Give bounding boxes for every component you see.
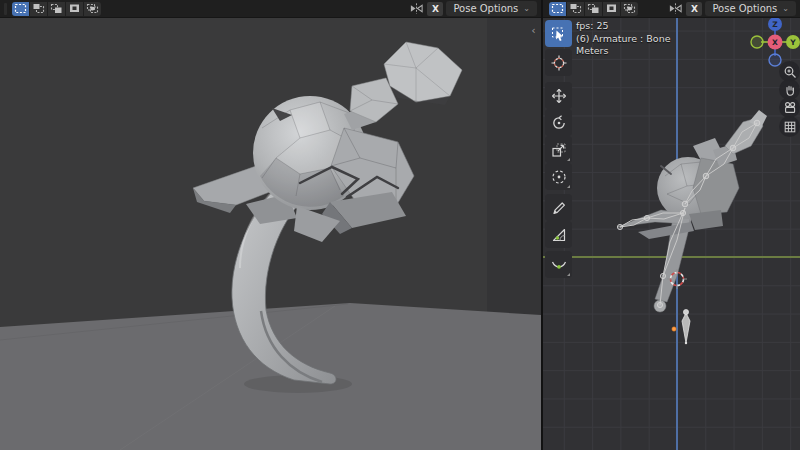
3d-viewport-right-scene[interactable]: fps: 25 (6) Armature : Bone Meters (543, 18, 800, 450)
pan-hand-icon (783, 83, 797, 97)
select-mode-subtract-button[interactable] (48, 2, 65, 16)
viewport-right: X Pose Options ⌄ (543, 0, 800, 450)
select-subtract-icon (587, 3, 600, 14)
select-intersect-icon (623, 3, 636, 14)
transform-icon (550, 168, 568, 186)
select-mode-extend-button[interactable] (567, 2, 584, 16)
gizmo-y-label: Y (789, 38, 796, 47)
select-invert-icon (605, 3, 618, 14)
camera-icon (783, 101, 797, 115)
pose-options-label: Pose Options (712, 3, 777, 14)
floating-bone[interactable] (682, 309, 690, 344)
blender-window: X Pose Options ⌄ (0, 0, 800, 450)
select-mode-extend-button[interactable] (30, 2, 47, 16)
object-origin-dot (672, 327, 676, 331)
gizmo-axis-neg-z[interactable] (769, 54, 781, 66)
pose-mirror-icon[interactable] (408, 1, 424, 17)
editor-type-button-partial[interactable] (4, 3, 7, 15)
viewport-left: X Pose Options ⌄ (0, 0, 541, 450)
move-icon (550, 87, 568, 105)
subtool-indicator (567, 273, 570, 276)
tool-select-box-button[interactable] (545, 20, 572, 47)
tool-annotate-button[interactable] (545, 194, 572, 221)
pose-options-dropdown[interactable]: Pose Options ⌄ (705, 1, 796, 16)
viewport-left-header: X Pose Options ⌄ (0, 0, 541, 18)
select-intersect-icon (86, 3, 99, 14)
viewport-orthographic-toggle-button[interactable] (779, 116, 800, 137)
select-box-icon (550, 25, 568, 43)
tool-transform-button[interactable] (545, 163, 572, 190)
pose-mirror-icon[interactable] (667, 1, 683, 17)
mirror-x-toggle[interactable]: X (427, 2, 443, 16)
select-mode-invert-button[interactable] (66, 2, 83, 16)
select-extend-icon (569, 3, 582, 14)
select-mode-set-button[interactable] (549, 2, 566, 16)
viewport-right-header: X Pose Options ⌄ (543, 0, 800, 18)
subtool-indicator (567, 185, 570, 188)
viewport-camera-button[interactable] (779, 97, 800, 118)
mirror-x-toggle[interactable]: X (686, 2, 702, 16)
chevron-down-icon: ⌄ (782, 4, 789, 13)
tool-measure-button[interactable] (545, 221, 572, 248)
select-set-icon (14, 3, 27, 14)
rotate-icon (550, 114, 568, 132)
scale-icon (550, 141, 568, 159)
scene-units-label: Meters (576, 45, 671, 58)
tool-rotate-button[interactable] (545, 109, 572, 136)
viewport-stats-overlay: fps: 25 (6) Armature : Bone Meters (576, 20, 671, 58)
pose-options-label: Pose Options (453, 3, 518, 14)
measure-icon (550, 226, 568, 244)
select-mode-invert-button[interactable] (603, 2, 620, 16)
active-object-info: (6) Armature : Bone (576, 33, 671, 46)
pose-options-dropdown[interactable]: Pose Options ⌄ (446, 1, 537, 16)
chevron-down-icon: ⌄ (523, 4, 530, 13)
gizmo-axis-neg-y[interactable] (751, 36, 763, 48)
select-mode-group (549, 2, 638, 16)
select-subtract-icon (50, 3, 63, 14)
tool-scale-button[interactable] (545, 136, 572, 163)
select-set-icon (551, 3, 564, 14)
select-mode-intersect-button[interactable] (621, 2, 638, 16)
select-mode-subtract-button[interactable] (585, 2, 602, 16)
3d-cursor-icon (550, 54, 568, 72)
3d-viewport-left-scene[interactable]: ‹ (0, 18, 541, 450)
select-extend-icon (32, 3, 45, 14)
select-mode-group (12, 2, 101, 16)
tool-pose-breakdowner-button[interactable] (545, 251, 572, 278)
subtool-indicator (567, 158, 570, 161)
pose-breakdowner-icon (550, 256, 568, 274)
grid-ortho-icon (783, 120, 797, 134)
gizmo-z-label: Z (772, 20, 778, 29)
select-invert-icon (68, 3, 81, 14)
select-mode-set-button[interactable] (12, 2, 29, 16)
gizmo-x-label: X (772, 38, 778, 47)
zoom-magnifier-icon (783, 65, 797, 79)
sidebar-toggle[interactable]: ‹ (528, 24, 539, 37)
annotate-pencil-icon (550, 199, 568, 217)
tool-move-button[interactable] (545, 82, 572, 109)
tool-cursor-button[interactable] (545, 49, 572, 76)
select-mode-intersect-button[interactable] (84, 2, 101, 16)
fps-readout: fps: 25 (576, 20, 671, 33)
